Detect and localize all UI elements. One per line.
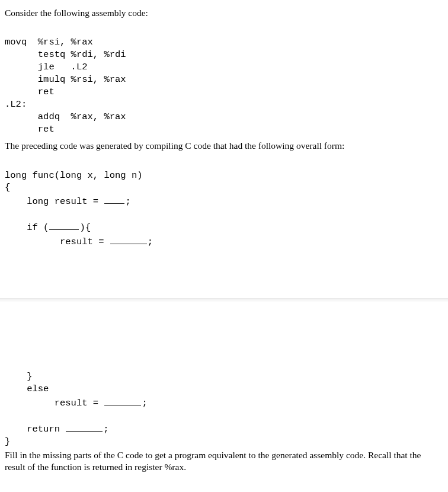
c-result-if-pre: result =	[5, 237, 110, 247]
intro-text: Consider the following assembly code:	[5, 7, 442, 19]
c-else: else	[5, 384, 49, 394]
blank-init	[104, 194, 124, 204]
asm-line-5: ret	[5, 87, 55, 97]
assembly-block: movq %rsi, %rax testq %rdi, %rdi jle .L2…	[5, 24, 442, 135]
semi-2: ;	[148, 237, 153, 247]
c-result-else: result = ;	[5, 398, 148, 408]
c-close-brace: }	[5, 436, 10, 447]
c-return-pre: return	[5, 424, 65, 435]
blank-return	[66, 422, 103, 432]
asm-line-8: ret	[5, 124, 55, 135]
c-result-if: result = ;	[5, 237, 153, 247]
c-return: return ;	[5, 424, 109, 435]
semi-4: ;	[103, 424, 108, 435]
page-gap	[5, 253, 442, 354]
c-result-decl-pre: long result =	[5, 196, 104, 207]
asm-line-2: testq %rdi, %rdi	[5, 49, 126, 60]
c-code-block: long func(long x, long n) { long result …	[5, 157, 442, 248]
c-sig: long func(long x, long n)	[5, 170, 143, 181]
blank-if-result	[110, 234, 147, 244]
c-if-pre: if (	[5, 222, 49, 233]
semi-3: ;	[142, 398, 147, 408]
c-if-close: }	[5, 371, 33, 382]
asm-label-l2: .L2:	[5, 99, 27, 110]
asm-line-3: jle .L2	[5, 62, 88, 72]
blank-else-result	[104, 395, 141, 405]
asm-line-7: addq %rax, %rax	[5, 111, 126, 122]
mid-text: The preceding code was generated by comp…	[5, 140, 442, 152]
blank-cond	[49, 221, 79, 231]
semi-1: ;	[125, 196, 130, 207]
c-open-brace: {	[5, 182, 10, 193]
c-code-block-2: } else result = ; return ; }	[5, 359, 442, 448]
c-if-line: if (){	[5, 222, 91, 233]
page-break-shadow	[0, 298, 448, 302]
c-result-else-pre: result =	[5, 398, 104, 408]
footer-text: Fill in the missing parts of the C code …	[5, 449, 442, 473]
asm-line-1: movq %rsi, %rax	[5, 37, 93, 47]
c-if-post: ){	[79, 222, 91, 233]
asm-line-4: imulq %rsi, %rax	[5, 74, 126, 85]
c-result-decl: long result = ;	[5, 196, 131, 207]
